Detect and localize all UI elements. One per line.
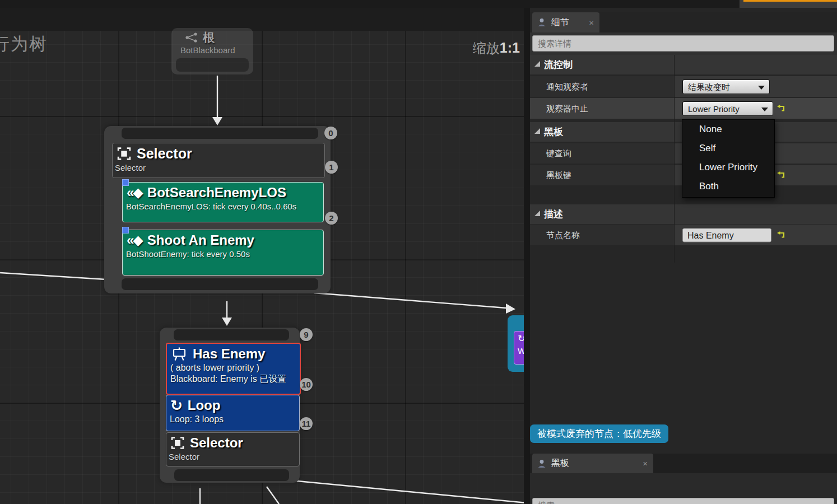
task-icon: «◆ (127, 234, 142, 246)
group2-input-pin[interactable] (174, 329, 289, 340)
tab-blackboard-label: 黑板 (551, 458, 569, 469)
root-node-subtitle: BotBlackboard (171, 45, 253, 55)
observer-aborts-options-popup: None Self Lower Priority Both (682, 119, 775, 198)
selector-subtitle: Selector (113, 162, 324, 172)
property-row-observer-aborts: 观察器中止 Lower Priority (530, 98, 837, 119)
details-tab-icon (537, 17, 547, 27)
abort-mode-tooltip: 被模式废弃的节点：低优先级 (530, 424, 668, 443)
expanded-arrow-icon (534, 61, 540, 67)
group2-output-pin[interactable] (174, 469, 289, 481)
task-icon: «◆ (127, 186, 142, 199)
loop-title: Loop (188, 398, 221, 413)
reset-to-default-icon[interactable] (776, 171, 785, 180)
loop-icon: ↻ (170, 399, 183, 412)
decorator-chip-icon (122, 227, 129, 234)
tab-details[interactable]: 细节 × (532, 12, 599, 32)
execution-index-badge: 1 (325, 161, 338, 174)
decorator-condition-text: Blackboard: Enemy is 已设置 (167, 373, 300, 385)
property-label: 黑板键 (546, 170, 571, 181)
panel-divider[interactable] (524, 8, 530, 504)
execution-index-badge: 11 (300, 417, 313, 430)
details-column-splitter[interactable] (674, 55, 675, 263)
selector-node-group[interactable]: Selector Selector «◆ BotSearchEnemyLOS B… (104, 126, 331, 293)
window-top-accent-line (743, 0, 837, 2)
section-title: 黑板 (544, 125, 563, 138)
details-search-strip: 搜索详情 (530, 32, 837, 55)
node-name-input[interactable]: Has Enemy (682, 228, 771, 242)
property-label: 通知观察者 (546, 81, 588, 92)
expanded-arrow-icon (534, 211, 540, 216)
property-label: 节点名称 (546, 230, 580, 240)
notify-observer-dropdown[interactable]: 结果改变时 (682, 80, 770, 94)
section-header-flow-control[interactable]: 流控制 (530, 55, 837, 74)
decorator-chip-icon (122, 179, 129, 186)
decorator-node-has-enemy[interactable]: Has Enemy ( aborts lower priority ) Blac… (166, 343, 301, 395)
task-subtitle: BotShootEnemy: tick every 0.50s (123, 248, 323, 259)
section-title: 描述 (544, 208, 563, 221)
blackboard-panel-body (530, 473, 837, 498)
task-title: BotSearchEnemyLOS (147, 185, 286, 200)
dropdown-value: 结果改变时 (688, 82, 730, 92)
tab-details-label: 细节 (551, 17, 569, 29)
task-title: Shoot An Enemy (147, 232, 254, 248)
behavior-tree-graph[interactable]: 行为树 缩放1:1 根 BotBlackboard (0, 8, 524, 504)
section-title: 流控制 (544, 58, 573, 71)
selector-composite-node[interactable]: Selector Selector (112, 143, 325, 178)
task-node-shoot-an-enemy[interactable]: «◆ Shoot An Enemy BotShootEnemy: tick ev… (122, 230, 324, 276)
loop-subtitle: Loop: 3 loops (166, 413, 299, 424)
tab-blackboard[interactable]: 黑板 × (532, 454, 653, 473)
option-both[interactable]: Both (682, 177, 774, 196)
property-row-notify-observer: 通知观察者 结果改变时 (530, 76, 837, 97)
execution-index-badge: 9 (300, 328, 313, 341)
observer-aborts-dropdown[interactable]: Lower Priority (682, 101, 773, 116)
circular-arrows-icon: ↻ (514, 332, 524, 346)
execution-index-badge: 0 (324, 127, 337, 139)
root-icon (185, 32, 198, 43)
selector-title: Selector (190, 435, 243, 451)
decorated-selector-group[interactable]: Has Enemy ( aborts lower priority ) Blac… (160, 328, 300, 483)
selector-icon (170, 436, 185, 450)
wait-task-label: W (518, 346, 524, 356)
selector-subtitle: Selector (166, 451, 299, 461)
root-node-output-pin[interactable] (176, 58, 249, 72)
decorator-title: Has Enemy (193, 346, 265, 362)
task-subtitle: BotSearchEnemyLOS: tick every 0.40s..0.6… (123, 200, 323, 211)
behavior-tree-editor: 行为树 缩放1:1 根 BotBlackboard (0, 0, 837, 504)
option-lower-priority[interactable]: Lower Priority (682, 158, 774, 177)
details-panel: 细节 × 搜索详情 流控制 通知观察者 结果改变时 观察器中止 Lower Pr… (530, 8, 837, 504)
decorator-node-loop[interactable]: ↻ Loop Loop: 3 loops (166, 395, 300, 431)
chevron-down-icon (761, 108, 768, 111)
details-search-input[interactable]: 搜索详情 (532, 35, 834, 52)
close-icon[interactable]: × (643, 459, 648, 468)
blackboard-tab-icon (537, 459, 547, 469)
selector-title: Selector (137, 146, 192, 162)
group1-input-pin[interactable] (122, 128, 318, 139)
option-none[interactable]: None (682, 120, 774, 139)
property-row-node-name: 节点名称 Has Enemy (530, 225, 837, 245)
option-self[interactable]: Self (682, 139, 774, 158)
selector-composite-node-bottom[interactable]: Selector Selector (166, 432, 300, 466)
decorator-abort-text: ( aborts lower priority ) (167, 362, 300, 373)
window-top-strip (0, 0, 837, 8)
wait-task-chip[interactable]: ↻ W (514, 331, 524, 365)
blackboard-search-input[interactable]: 搜索 (532, 498, 834, 504)
service-node-clipped[interactable]: ↻ W (508, 315, 524, 372)
close-icon[interactable]: × (589, 18, 594, 27)
property-label: 观察器中止 (546, 103, 588, 114)
blackboard-icon (171, 347, 188, 361)
property-label: 键查询 (546, 148, 571, 159)
chevron-down-icon (758, 86, 765, 90)
reset-to-default-icon[interactable] (776, 231, 785, 239)
selector-icon (117, 146, 132, 161)
task-node-botsearchenemylos[interactable]: «◆ BotSearchEnemyLOS BotSearchEnemyLOS: … (122, 182, 324, 222)
reset-to-default-icon[interactable] (776, 104, 785, 113)
root-node-title: 根 (203, 30, 215, 45)
group1-output-pin[interactable] (122, 278, 318, 290)
blackboard-tab-bar: 黑板 × (530, 454, 837, 473)
root-node[interactable]: 根 BotBlackboard (171, 28, 253, 74)
details-tab-bar: 细节 × (530, 12, 837, 32)
section-header-description[interactable]: 描述 (530, 204, 837, 224)
expanded-arrow-icon (534, 128, 540, 134)
execution-index-badge: 2 (325, 212, 338, 225)
dropdown-value: Lower Priority (688, 104, 740, 114)
